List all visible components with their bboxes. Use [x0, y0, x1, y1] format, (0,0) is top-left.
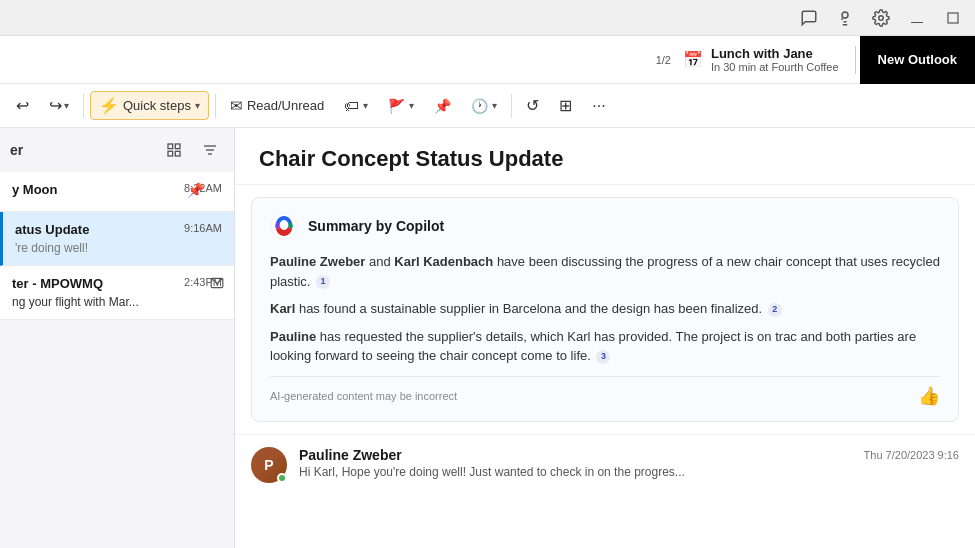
tag-chevron: ▾ [363, 100, 368, 111]
mail-item-2-time: 9:16AM [184, 222, 222, 234]
copilot-card: Summary by Copilot Pauline Zweber and Ka… [251, 197, 959, 422]
email-thread-date: Thu 7/20/2023 9:16 [864, 449, 959, 461]
minimize-icon[interactable] [903, 4, 931, 32]
svg-point-13 [281, 223, 288, 230]
copilot-title: Summary by Copilot [308, 218, 444, 234]
sidebar-header: er [0, 128, 234, 172]
redo-icon: ↪ [49, 96, 62, 115]
copilot-thumbsup-icon[interactable]: 👍 [918, 385, 940, 407]
undo-icon: ↩ [16, 96, 29, 115]
svg-point-0 [842, 12, 848, 18]
pin-icon: 📌 [434, 98, 451, 114]
snooze-button[interactable]: 🕐 ▾ [463, 94, 505, 118]
svg-rect-6 [168, 151, 173, 156]
mail-item-2-from: atus Update [15, 222, 89, 237]
email-thread-header: Pauline Zweber Thu 7/20/2023 9:16 [299, 447, 959, 463]
toolbar-sep-1 [83, 94, 84, 118]
sender-avatar-wrap: P [251, 447, 287, 483]
copilot-logo [270, 212, 298, 240]
quick-steps-label: Quick steps [123, 98, 191, 113]
main-layout: er y Moon 8:32AM 📌 atus Update 9:16AM 'r… [0, 128, 975, 548]
email-thread-from: Pauline Zweber [299, 447, 402, 463]
copilot-para-3: Pauline has requested the supplier's det… [270, 327, 940, 366]
ref-2: 2 [768, 303, 782, 317]
undo-button[interactable]: ↩ [8, 92, 37, 119]
view-icon: ⊞ [559, 96, 572, 115]
lightning-icon: ⚡ [99, 96, 119, 115]
undo2-icon: ↺ [526, 96, 539, 115]
envelope-icon-3 [210, 276, 224, 293]
calendar-divider [855, 46, 856, 74]
copilot-header: Summary by Copilot [270, 212, 940, 240]
clock-icon: 🕐 [471, 98, 488, 114]
tag-button[interactable]: 🏷 ▾ [336, 93, 376, 118]
clock-chevron: ▾ [492, 100, 497, 111]
lightbulb-icon[interactable] [831, 4, 859, 32]
svg-rect-4 [168, 144, 173, 149]
top-bar [0, 0, 975, 36]
reading-pane-header: Chair Concept Status Update [235, 128, 975, 185]
svg-rect-7 [175, 151, 180, 156]
sidebar-filter-toggle[interactable] [196, 136, 224, 164]
mail-item-2-header: atus Update 9:16AM [15, 222, 222, 237]
online-indicator [277, 473, 287, 483]
calendar-event[interactable]: 1/2 📅 Lunch with Jane In 30 min at Fourt… [644, 42, 851, 77]
toolbar-sep-3 [511, 94, 512, 118]
calendar-event-title: Lunch with Jane [711, 46, 839, 61]
reading-pane-title: Chair Concept Status Update [259, 146, 951, 172]
sidebar-view-toggle[interactable] [160, 136, 188, 164]
mail-item-3[interactable]: ter - MPOWMQ 2:43PM ng your flight with … [0, 266, 234, 320]
mail-item-2-preview: 're doing well! [15, 241, 222, 255]
top-bar-right [795, 4, 967, 32]
svg-rect-2 [911, 22, 923, 23]
pin-button[interactable]: 📌 [426, 94, 459, 118]
mail-item-1[interactable]: y Moon 8:32AM 📌 [0, 172, 234, 212]
copilot-para-1: Pauline Zweber and Karl Kadenbach have b… [270, 252, 940, 291]
flag-icon: 🚩 [388, 98, 405, 114]
settings-icon[interactable] [867, 4, 895, 32]
flag-button[interactable]: 🚩 ▾ [380, 94, 422, 118]
reading-pane: Chair Concept Status Update Summary by C [235, 128, 975, 548]
ref-3: 3 [596, 350, 610, 364]
calendar-bar: 1/2 📅 Lunch with Jane In 30 min at Fourt… [0, 36, 975, 84]
copilot-body: Pauline Zweber and Karl Kadenbach have b… [270, 252, 940, 366]
new-outlook-button[interactable]: New Outlook [860, 36, 975, 84]
mail-item-3-header: ter - MPOWMQ 2:43PM [12, 276, 222, 291]
mail-item-2[interactable]: atus Update 9:16AM 're doing well! [0, 212, 234, 266]
read-unread-label: Read/Unread [247, 98, 324, 113]
sidebar: er y Moon 8:32AM 📌 atus Update 9:16AM 'r… [0, 128, 235, 548]
email-thread-item-1[interactable]: P Pauline Zweber Thu 7/20/2023 9:16 Hi K… [235, 434, 975, 495]
more-icon: ··· [592, 97, 605, 115]
envelope-icon: ✉ [230, 97, 243, 115]
calendar-event-text: Lunch with Jane In 30 min at Fourth Coff… [711, 46, 839, 73]
copilot-footer-text: AI-generated content may be incorrect [270, 390, 457, 402]
redo-chevron: ▾ [64, 100, 69, 111]
svg-point-1 [879, 15, 884, 20]
svg-rect-3 [948, 13, 958, 23]
copilot-footer: AI-generated content may be incorrect 👍 [270, 376, 940, 407]
ref-1: 1 [316, 275, 330, 289]
toolbar-sep-2 [215, 94, 216, 118]
pin-icon-1: 📌 [187, 182, 204, 198]
maximize-icon[interactable] [939, 4, 967, 32]
undo2-button[interactable]: ↺ [518, 92, 547, 119]
svg-rect-5 [175, 144, 180, 149]
view-button[interactable]: ⊞ [551, 92, 580, 119]
chat-icon[interactable] [795, 4, 823, 32]
calendar-icon: 📅 [683, 50, 703, 69]
email-thread-preview: Hi Karl, Hope you're doing well! Just wa… [299, 465, 959, 479]
mail-item-3-subject: ng your flight with Mar... [12, 295, 222, 309]
copilot-para-2: Karl has found a sustainable supplier in… [270, 299, 940, 319]
sidebar-title: er [10, 142, 152, 158]
more-button[interactable]: ··· [584, 93, 613, 119]
redo-button[interactable]: ↪ ▾ [41, 92, 77, 119]
toolbar: ↩ ↪ ▾ ⚡ Quick steps ▾ ✉ Read/Unread 🏷 ▾ … [0, 84, 975, 128]
tag-icon: 🏷 [344, 97, 359, 114]
calendar-event-subtitle: In 30 min at Fourth Coffee [711, 61, 839, 73]
calendar-page-num: 1/2 [656, 54, 671, 66]
read-unread-button[interactable]: ✉ Read/Unread [222, 93, 332, 119]
email-thread-content: Pauline Zweber Thu 7/20/2023 9:16 Hi Kar… [299, 447, 959, 479]
mail-item-3-from: ter - MPOWMQ [12, 276, 103, 291]
quick-steps-chevron: ▾ [195, 100, 200, 111]
quick-steps-button[interactable]: ⚡ Quick steps ▾ [90, 91, 209, 120]
